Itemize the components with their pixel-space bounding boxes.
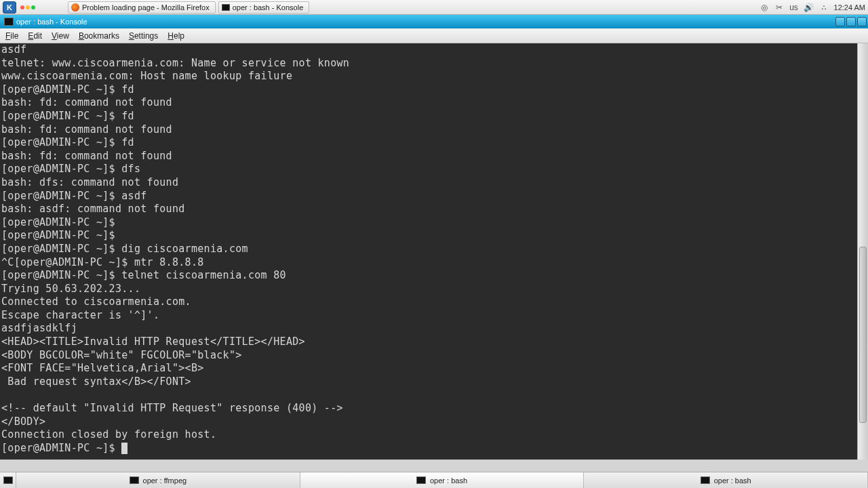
- clock[interactable]: 12:24 AM: [834, 3, 865, 12]
- terminal-output[interactable]: asdf telnet: www.ciscoarmenia.com: Name …: [0, 43, 857, 460]
- desktop-pager[interactable]: [20, 5, 35, 9]
- tab-label: oper : bash: [714, 476, 751, 485]
- menu-settings[interactable]: Settings: [129, 31, 158, 41]
- firefox-icon: [71, 3, 79, 12]
- network-icon[interactable]: ◎: [760, 3, 769, 12]
- terminal-icon: [701, 476, 710, 484]
- volume-icon[interactable]: 🔊: [804, 3, 814, 12]
- tab-label: oper : bash: [430, 476, 467, 485]
- app-launcher-button[interactable]: K: [3, 1, 16, 14]
- keyboard-layout-indicator[interactable]: us: [789, 3, 799, 12]
- menu-edit[interactable]: Edit: [28, 31, 42, 41]
- konsole-icon: [4, 18, 14, 26]
- os-taskbar: K Problem loading page - Mozilla Firefox…: [0, 0, 868, 15]
- window-titlebar[interactable]: oper : bash - Konsole: [0, 15, 868, 28]
- konsole-tab-2[interactable]: oper : bash: [300, 472, 585, 488]
- taskbar-app-label: Problem loading page - Mozilla Firefox: [82, 3, 210, 12]
- window-title: oper : bash - Konsole: [16, 18, 87, 26]
- menu-file[interactable]: File: [5, 31, 18, 41]
- konsole-icon: [222, 4, 230, 11]
- window-close-button[interactable]: [857, 17, 867, 26]
- system-tray: ◎ ✂ us 🔊 ⛬ 12:24 AM: [760, 3, 865, 12]
- window-maximize-button[interactable]: [846, 17, 856, 26]
- menubar: File Edit View Bookmarks Settings Help: [0, 28, 868, 43]
- taskbar-app-label: oper : bash - Konsole: [233, 3, 304, 12]
- terminal-scrollbar[interactable]: [857, 43, 868, 460]
- tab-label: oper : ffmpeg: [143, 476, 187, 485]
- konsole-tab-3[interactable]: oper : bash: [584, 472, 868, 488]
- new-tab-button[interactable]: [0, 472, 16, 488]
- menu-bookmarks[interactable]: Bookmarks: [79, 31, 119, 41]
- menu-help[interactable]: Help: [167, 31, 184, 41]
- updates-icon[interactable]: ⛬: [819, 3, 829, 12]
- window-minimize-button[interactable]: [835, 17, 845, 26]
- konsole-tab-1[interactable]: oper : ffmpeg: [16, 472, 300, 488]
- taskbar-app-konsole[interactable]: oper : bash - Konsole: [218, 1, 310, 14]
- scrollbar-thumb[interactable]: [859, 247, 867, 423]
- terminal-cursor: [121, 443, 127, 454]
- menu-view[interactable]: View: [52, 31, 69, 41]
- taskbar-app-firefox[interactable]: Problem loading page - Mozilla Firefox: [68, 1, 216, 14]
- terminal-icon: [3, 476, 13, 484]
- clipboard-icon[interactable]: ✂: [774, 3, 784, 12]
- terminal-icon: [416, 476, 426, 484]
- terminal-icon: [130, 476, 139, 484]
- konsole-tabbar: oper : ffmpeg oper : bash oper : bash: [0, 472, 868, 488]
